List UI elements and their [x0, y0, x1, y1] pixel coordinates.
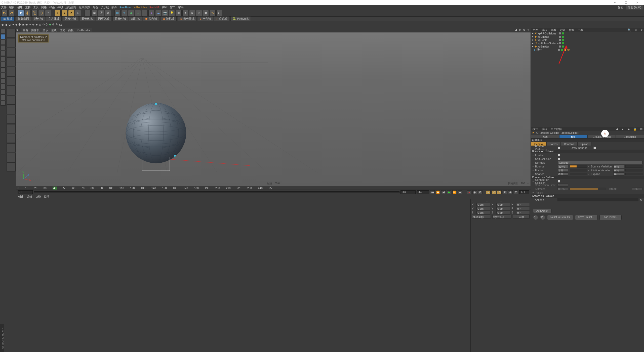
obj-xppp[interactable]: ▸✷xpPPCollisions	[531, 32, 644, 35]
coord-mode-1[interactable]: 世界坐标	[472, 215, 491, 218]
icon-l[interactable]: ◎	[39, 23, 41, 26]
om-bookmarks[interactable]: 书签	[578, 28, 583, 32]
material-manager[interactable]	[16, 199, 470, 352]
subdivide[interactable]: ⊞	[135, 10, 141, 16]
y-axis-lock[interactable]: Y	[61, 10, 67, 16]
attr-mode[interactable]: 模式	[533, 127, 538, 131]
normals-dropdown[interactable]: Outside	[558, 161, 642, 164]
select-tool[interactable]	[18, 10, 24, 16]
st-3[interactable]	[7, 48, 16, 57]
icon-b[interactable]: ◑	[5, 23, 8, 26]
chip-cylinder-field[interactable]: 圆柱体域	[63, 16, 78, 21]
obj-emitter1[interactable]: ▸◆xpEmitter	[531, 35, 644, 38]
generator[interactable]: ◆	[128, 10, 134, 16]
vp-tab-panel[interactable]: 面板	[68, 28, 74, 32]
frame-cur[interactable]: 40 F	[519, 190, 529, 194]
primitive-cube[interactable]: ◧	[114, 10, 120, 16]
vp-tab-options[interactable]: 选项	[51, 28, 57, 32]
menu-mograph[interactable]: 运动图形	[65, 6, 76, 9]
vp-move-icon[interactable]: ✥	[16, 28, 21, 32]
menu-mesh[interactable]: 网格	[41, 6, 47, 9]
pos-x[interactable]: 0 cm	[476, 203, 490, 206]
obj-follow[interactable]: ▸⬡xpFollowSurface	[531, 41, 644, 45]
chip-formula-field[interactable]: ƒ 公式域	[214, 16, 229, 21]
frame-start[interactable]: 0 F	[18, 190, 33, 194]
k-rot[interactable]: ⟲	[497, 190, 502, 194]
vp-nav-2[interactable]: ✥	[519, 28, 523, 32]
menu-script[interactable]: 脚本	[162, 6, 168, 9]
lt-workplane[interactable]	[1, 45, 6, 50]
xp-gen[interactable]: ◎	[196, 10, 202, 16]
menu-character[interactable]: 角色	[93, 6, 98, 9]
icon-m[interactable]: ⟲	[42, 23, 45, 26]
window-max-button[interactable]: ☐	[620, 0, 631, 5]
window-min-button[interactable]: −	[609, 0, 620, 5]
lt-edge-mode[interactable]	[1, 56, 6, 61]
k-all[interactable]: ⊞	[514, 190, 518, 194]
move-tool[interactable]	[25, 10, 31, 16]
size-x[interactable]: 0 cm	[496, 203, 510, 206]
scale-tool[interactable]	[31, 10, 37, 16]
bounce-var-slider[interactable]	[625, 165, 642, 168]
help-icon[interactable]: ?	[533, 215, 538, 220]
frame-end2[interactable]: 250 F	[417, 190, 429, 194]
icon-f[interactable]: ⬢	[18, 23, 21, 26]
om-search-icon[interactable]: 🔍	[628, 28, 631, 32]
st-15[interactable]	[7, 162, 16, 171]
icon-o[interactable]: ◆	[49, 23, 51, 26]
attr-edit[interactable]: 编辑	[542, 127, 547, 131]
menu-tools[interactable]: 工具	[33, 6, 39, 9]
om-eye-icon[interactable]: 👁	[635, 28, 637, 31]
om-tags[interactable]: 标签	[569, 28, 574, 32]
lt-misc3[interactable]	[1, 95, 6, 100]
st-5[interactable]	[7, 67, 16, 76]
lt-make-editable[interactable]	[1, 29, 6, 34]
lt-model-mode[interactable]	[1, 34, 6, 39]
attr-lock-icon[interactable]: 🔒	[633, 127, 637, 131]
chip-sound-field[interactable]: ♪ 声音域	[198, 16, 213, 21]
rotate-tool[interactable]	[38, 10, 44, 16]
rs-tool[interactable]: ◐	[216, 10, 222, 16]
camera[interactable]: 📷	[162, 10, 168, 16]
undo-button[interactable]	[2, 10, 8, 16]
vp-tab-filter[interactable]: 过滤	[60, 28, 65, 32]
xp-emitter[interactable]: ✷	[182, 10, 188, 16]
lt-axis[interactable]	[1, 67, 6, 72]
xp-tool[interactable]: ▦	[176, 10, 182, 16]
goto-end[interactable]: ⏭	[458, 190, 462, 194]
draw-bounds-chk[interactable]	[593, 147, 596, 149]
xp-dyn[interactable]: ⬢	[203, 10, 209, 16]
self-collision-chk[interactable]: ✓	[558, 158, 560, 160]
menu-select[interactable]: 选择	[25, 6, 31, 9]
icon-n[interactable]: ⬡	[46, 23, 48, 26]
chip-radial-field[interactable]: ◉ 径向域	[143, 16, 159, 21]
menu-create[interactable]: 创建	[17, 6, 23, 9]
expand-field[interactable]: 0 cm	[613, 172, 624, 175]
menu-window[interactable]: 窗口	[170, 6, 176, 9]
vp-tab-prorender[interactable]: ProRender	[77, 29, 90, 32]
menu-tracker[interactable]: 运动跟踪	[79, 6, 90, 9]
scatter-slider[interactable]	[570, 173, 587, 175]
st-14[interactable]	[7, 153, 16, 162]
st-8[interactable]	[7, 96, 16, 105]
timeline-ruler[interactable]: 01020 304050 607080 90100110 120130140 1…	[16, 186, 531, 190]
save-preset-button[interactable]: Save Preset...	[575, 215, 597, 220]
menu-xparticles[interactable]: X-Particles	[134, 6, 147, 9]
vp-nav-4[interactable]: ⊞	[527, 28, 531, 32]
icon-g[interactable]: ▣	[22, 23, 24, 26]
lt-texture-mode[interactable]	[1, 40, 6, 45]
menu-realflow[interactable]: RealFlow	[119, 6, 131, 9]
reset-icon[interactable]: ⟲	[540, 215, 545, 220]
actions-list[interactable]	[557, 198, 638, 201]
tab-reaction[interactable]: Reaction	[561, 142, 577, 146]
play-fwd[interactable]: ▶	[447, 190, 451, 194]
st-6[interactable]	[7, 76, 16, 85]
expand-slider[interactable]	[625, 173, 642, 175]
k-scale[interactable]: ⤢	[492, 190, 496, 194]
chip-sds[interactable]: 细分曲面	[16, 16, 31, 21]
connect-chk[interactable]	[558, 180, 560, 183]
reset-defaults-button[interactable]: Reset to Defaults	[547, 215, 573, 220]
chip-python-field[interactable]: 🐍 Python域	[230, 16, 251, 21]
tab-spawn[interactable]: Spawn	[577, 142, 592, 146]
icon-r[interactable]: ƒx	[59, 23, 62, 26]
